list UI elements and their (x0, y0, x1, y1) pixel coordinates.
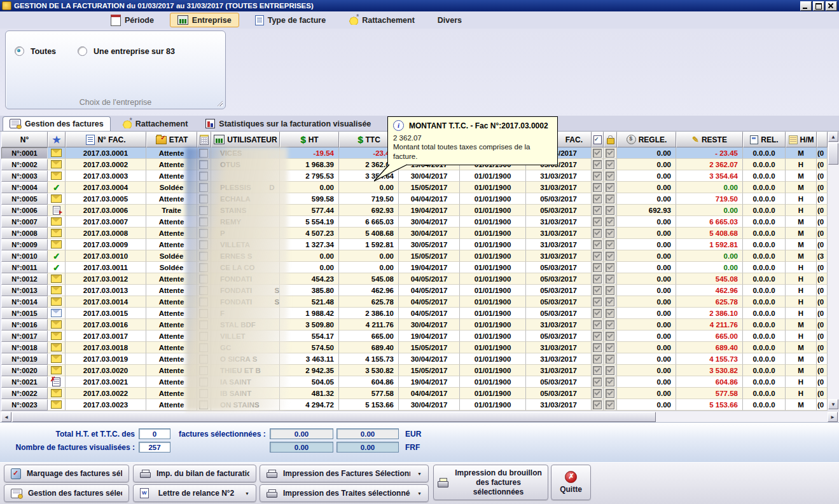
row-header[interactable]: N°:0021 (1, 376, 48, 388)
cell-overflow[interactable]: (0 (817, 205, 828, 216)
cell-select[interactable] (197, 376, 211, 388)
cell-status-icon[interactable] (48, 147, 66, 159)
cell-date-reglement[interactable]: 01/01/1900 (460, 342, 526, 353)
cell-hm[interactable]: M (786, 216, 817, 228)
cell-echeance[interactable]: 15/05/2017 (399, 250, 460, 262)
view-tab-statistiques-sur-la-facturation-visualis-e[interactable]: Statistiques sur la facturation visualis… (199, 117, 377, 131)
checked-flag-icon[interactable] (606, 275, 614, 283)
cell-flag-2[interactable] (604, 376, 617, 388)
vertical-scrollbar[interactable]: ▲ ▼ (828, 132, 839, 411)
cell-reste[interactable]: 2 386.10 (676, 308, 743, 319)
cell-num-fac[interactable]: 2017.03.0018 (66, 342, 146, 353)
cell-overflow[interactable]: (0 (817, 262, 828, 273)
cell-hm[interactable]: H (786, 205, 817, 216)
cell-date-fac[interactable]: 05/03/2017 (526, 205, 592, 216)
cell-date-fac[interactable]: 05/03/2017 (526, 330, 592, 342)
cell-rel[interactable]: 0.0.0.0 (743, 308, 786, 319)
cell-echeance[interactable]: 15/05/2017 (399, 342, 460, 353)
row-header[interactable]: N°:0015 (1, 308, 48, 319)
cell-etat[interactable]: Attente (146, 353, 197, 365)
cell-reste[interactable]: 0.00 (676, 250, 743, 262)
cell-date-reglement[interactable]: 01/01/1900 (460, 308, 526, 319)
row-header[interactable]: N°:0014 (1, 296, 48, 308)
cell-rel[interactable]: 0.0.0.0 (743, 273, 786, 285)
cell-etat[interactable]: Attente (146, 239, 197, 250)
cell-select[interactable] (197, 228, 211, 239)
groupbox-grip[interactable] (217, 100, 223, 106)
checked-flag-icon[interactable] (593, 206, 602, 215)
cell-ht[interactable]: 385.80 (280, 285, 339, 296)
cell-date-reglement[interactable]: 01/01/1900 (460, 228, 526, 239)
cell-reste[interactable]: 0.00 (676, 205, 743, 216)
cell-select[interactable] (197, 216, 211, 228)
cell-hm[interactable]: H (786, 285, 817, 296)
row-checkbox[interactable] (199, 172, 208, 180)
row-header[interactable]: N°:0022 (1, 388, 48, 399)
cell-regle[interactable]: 0.00 (617, 147, 676, 159)
cell-hm[interactable]: H (786, 193, 817, 205)
cell-status-icon[interactable] (48, 285, 66, 296)
row-header[interactable]: N°:0016 (1, 319, 48, 330)
cell-date-fac[interactable]: 31/03/2017 (526, 399, 592, 411)
radio-toutes[interactable] (15, 46, 24, 56)
cell-flag-2[interactable] (604, 296, 617, 308)
cell-date-fac[interactable]: 31/03/2017 (526, 216, 592, 228)
cell-regle[interactable]: 0.00 (617, 399, 676, 411)
checked-flag-icon[interactable] (593, 389, 602, 398)
view-tab-rattachement[interactable]: Rattachement (116, 118, 195, 131)
cell-regle[interactable]: 0.00 (617, 193, 676, 205)
filter-tab-type-de-facture[interactable]: Type de facture (248, 13, 333, 27)
radio-une-entreprise[interactable] (78, 46, 87, 56)
cell-etat[interactable]: Attente (146, 216, 197, 228)
scroll-left-button[interactable]: ◄ (1, 412, 11, 422)
cell-status-icon[interactable] (48, 193, 66, 205)
cell-num-fac[interactable]: 2017.03.0021 (66, 376, 146, 388)
cell-reste[interactable]: 6 665.03 (676, 216, 743, 228)
cell-num-fac[interactable]: 2017.03.0014 (66, 296, 146, 308)
cell-status-icon[interactable] (48, 353, 66, 365)
row-checkbox[interactable] (199, 343, 208, 352)
cell-regle[interactable]: 0.00 (617, 376, 676, 388)
cell-ttc[interactable]: 4 211.76 (339, 319, 399, 330)
cell-rel[interactable]: 0.0.0.0 (743, 262, 786, 273)
cell-regle[interactable]: 0.00 (617, 250, 676, 262)
cell-num-fac[interactable]: 2017.03.0007 (66, 216, 146, 228)
row-header[interactable]: N°:0023 (1, 399, 48, 411)
cell-ht[interactable]: 3 509.80 (280, 319, 339, 330)
cell-date-reglement[interactable]: 01/01/1900 (460, 262, 526, 273)
cell-hm[interactable]: M (786, 399, 817, 411)
cell-status-icon[interactable] (48, 308, 66, 319)
cell-reste[interactable]: 545.08 (676, 273, 743, 285)
checked-flag-icon[interactable] (606, 229, 614, 238)
cell-ttc[interactable]: 5 153.66 (339, 399, 399, 411)
cell-flag-1[interactable] (592, 296, 604, 308)
cell-utilisateur[interactable]: ON STAINS (211, 399, 280, 411)
col-header-regle[interactable]: REGLE. (617, 132, 676, 147)
cell-date-fac[interactable]: 05/03/2017 (526, 296, 592, 308)
cell-flag-1[interactable] (592, 239, 604, 250)
cell-echeance[interactable]: 15/05/2017 (399, 182, 460, 193)
row-header[interactable]: N°:0007 (1, 216, 48, 228)
cell-utilisateur[interactable]: GC (211, 342, 280, 353)
view-tab-gestion-des-factures[interactable]: Gestion des factures (3, 116, 111, 131)
row-checkbox[interactable] (199, 366, 208, 375)
cell-utilisateur[interactable]: STAINS (211, 205, 280, 216)
filter-tab-entreprise[interactable]: Entreprise (170, 13, 239, 27)
checked-flag-icon[interactable] (593, 194, 602, 203)
cell-etat[interactable]: Attente (146, 342, 197, 353)
cell-overflow[interactable]: (0 (817, 216, 828, 228)
cell-date-reglement[interactable]: 01/01/1900 (460, 182, 526, 193)
checked-flag-icon[interactable] (593, 378, 602, 386)
cell-overflow[interactable]: (0 (817, 182, 828, 193)
cell-flag-2[interactable] (604, 228, 617, 239)
cell-ht[interactable]: 2 942.35 (280, 365, 339, 376)
cell-date-reglement[interactable]: 01/01/1900 (460, 330, 526, 342)
cell-status-icon[interactable]: ✓ (48, 262, 66, 273)
cell-reste[interactable]: 665.00 (676, 330, 743, 342)
cell-rel[interactable]: 0.0.0.0 (743, 285, 786, 296)
checked-flag-icon[interactable] (593, 160, 602, 169)
cell-reste[interactable]: 2 362.07 (676, 159, 743, 170)
cell-reste[interactable]: 625.78 (676, 296, 743, 308)
cell-select[interactable] (197, 205, 211, 216)
cell-ht[interactable]: 0.00 (280, 250, 339, 262)
